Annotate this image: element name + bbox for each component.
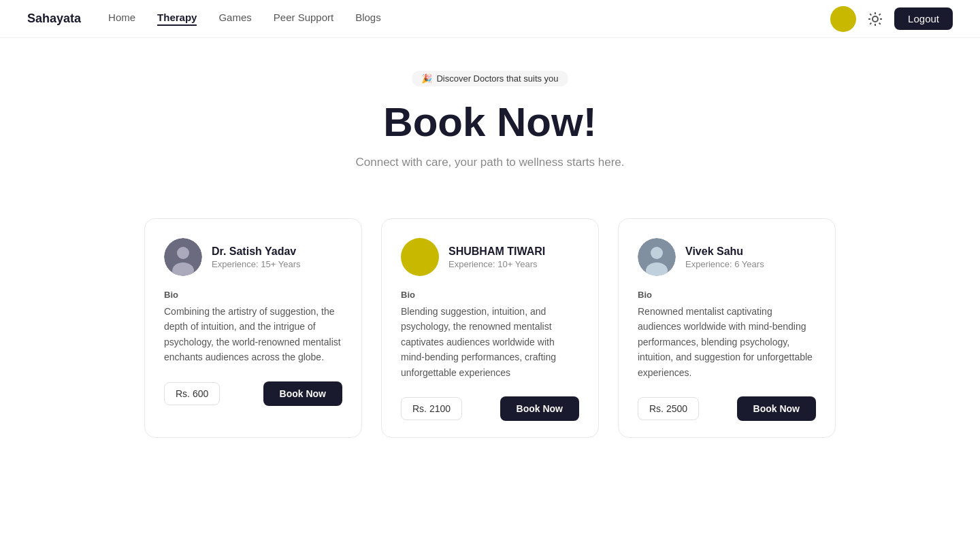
hero-badge: 🎉 Discover Doctors that suits you bbox=[412, 71, 568, 86]
doctor-experience: Experience: 6 Years bbox=[685, 259, 764, 269]
nav-link-therapy[interactable]: Therapy bbox=[157, 12, 197, 26]
doctor-experience: Experience: 10+ Years bbox=[448, 259, 545, 269]
card-header: Vivek Sahu Experience: 6 Years bbox=[638, 238, 816, 276]
hero-subtitle: Connect with care, your path to wellness… bbox=[14, 156, 966, 169]
badge-text: Discover Doctors that suits you bbox=[436, 73, 558, 84]
price-badge: Rs. 2500 bbox=[638, 397, 699, 420]
book-now-button[interactable]: Book Now bbox=[737, 396, 816, 421]
nav-links: HomeTherapyGamesPeer SupportBlogs bbox=[108, 12, 830, 26]
nav-right: Logout bbox=[830, 6, 953, 32]
svg-point-13 bbox=[651, 247, 663, 259]
bio-label: Bio bbox=[638, 290, 816, 300]
theme-toggle-icon[interactable] bbox=[867, 11, 883, 27]
hero-section: 🎉 Discover Doctors that suits you Book N… bbox=[0, 38, 980, 218]
hero-title: Book Now! bbox=[14, 100, 966, 145]
nav-link-blogs[interactable]: Blogs bbox=[355, 12, 381, 26]
svg-line-4 bbox=[879, 22, 881, 24]
nav-link-home[interactable]: Home bbox=[108, 12, 135, 26]
doctor-card: Vivek Sahu Experience: 6 Years Bio Renow… bbox=[618, 218, 836, 438]
user-avatar bbox=[830, 6, 856, 32]
card-footer: Rs. 600 Book Now bbox=[164, 381, 342, 406]
card-footer: Rs. 2500 Book Now bbox=[638, 396, 816, 421]
book-now-button[interactable]: Book Now bbox=[500, 396, 579, 421]
doctor-avatar bbox=[164, 238, 202, 276]
svg-line-3 bbox=[870, 14, 871, 15]
svg-line-8 bbox=[879, 14, 881, 15]
bio-label: Bio bbox=[164, 290, 342, 300]
navbar: Sahayata HomeTherapyGamesPeer SupportBlo… bbox=[0, 0, 980, 38]
price-badge: Rs. 600 bbox=[164, 382, 220, 405]
doctor-info: Vivek Sahu Experience: 6 Years bbox=[685, 245, 764, 269]
doctor-card: Dr. Satish Yadav Experience: 15+ Years B… bbox=[144, 218, 362, 438]
doctor-avatar bbox=[401, 238, 439, 276]
card-footer: Rs. 2100 Book Now bbox=[401, 396, 579, 421]
price-badge: Rs. 2100 bbox=[401, 397, 462, 420]
doctor-info: SHUBHAM TIWARI Experience: 10+ Years bbox=[448, 245, 545, 269]
doctor-info: Dr. Satish Yadav Experience: 15+ Years bbox=[212, 245, 300, 269]
svg-line-7 bbox=[870, 22, 871, 24]
doctor-bio: Combining the artistry of suggestion, th… bbox=[164, 304, 342, 365]
card-header: SHUBHAM TIWARI Experience: 10+ Years bbox=[401, 238, 579, 276]
doctor-bio: Renowned mentalist captivating audiences… bbox=[638, 304, 816, 380]
doctor-name: SHUBHAM TIWARI bbox=[448, 245, 545, 258]
doctor-avatar bbox=[638, 238, 676, 276]
bio-label: Bio bbox=[401, 290, 579, 300]
brand-logo: Sahayata bbox=[27, 12, 81, 26]
doctors-grid: Dr. Satish Yadav Experience: 15+ Years B… bbox=[0, 218, 980, 479]
badge-icon: 🎉 bbox=[421, 73, 432, 84]
book-now-button[interactable]: Book Now bbox=[263, 381, 342, 406]
doctor-bio: Blending suggestion, intuition, and psyc… bbox=[401, 304, 579, 380]
doctor-card: SHUBHAM TIWARI Experience: 10+ Years Bio… bbox=[381, 218, 599, 438]
doctor-name: Vivek Sahu bbox=[685, 245, 764, 258]
svg-point-10 bbox=[177, 247, 189, 259]
doctor-experience: Experience: 15+ Years bbox=[212, 259, 300, 269]
card-header: Dr. Satish Yadav Experience: 15+ Years bbox=[164, 238, 342, 276]
svg-point-0 bbox=[872, 16, 878, 22]
logout-button[interactable]: Logout bbox=[894, 7, 953, 30]
doctor-name: Dr. Satish Yadav bbox=[212, 245, 300, 258]
nav-link-games[interactable]: Games bbox=[218, 12, 251, 26]
nav-link-peer-support[interactable]: Peer Support bbox=[274, 12, 333, 26]
